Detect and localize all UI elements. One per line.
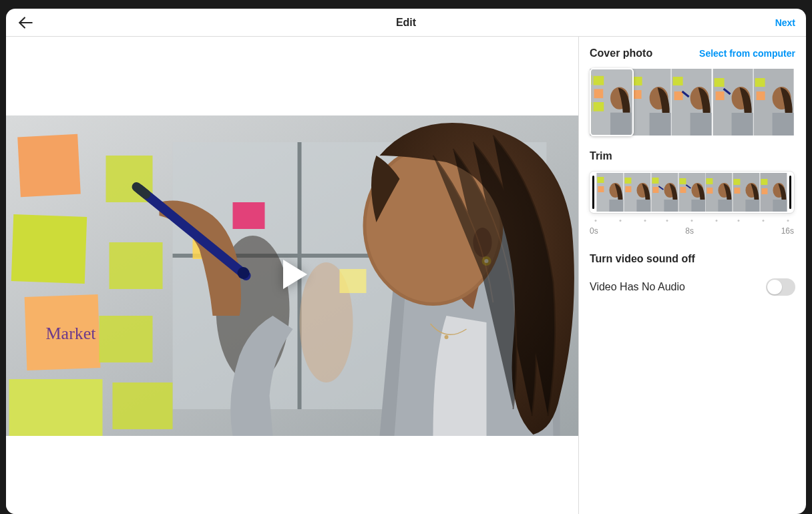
svg-rect-73 bbox=[636, 200, 650, 212]
svg-line-27 bbox=[137, 187, 146, 194]
svg-rect-49 bbox=[715, 91, 724, 100]
trim-frame bbox=[624, 173, 651, 212]
svg-rect-54 bbox=[755, 78, 765, 87]
trim-ticks bbox=[590, 220, 794, 225]
svg-rect-59 bbox=[594, 76, 604, 85]
play-icon bbox=[271, 253, 314, 296]
edit-sidebar: Cover photo Select from computer Trim bbox=[579, 37, 806, 514]
svg-rect-51 bbox=[731, 113, 753, 136]
trim-frame bbox=[678, 173, 706, 212]
modal-title: Edit bbox=[6, 17, 806, 29]
svg-point-28 bbox=[238, 267, 250, 279]
svg-rect-43 bbox=[674, 91, 683, 100]
trim-frame bbox=[733, 173, 760, 212]
trim-tick-start: 0s bbox=[590, 226, 598, 236]
trim-tick-mid: 8s bbox=[685, 226, 694, 236]
trim-frame bbox=[596, 173, 624, 212]
trim-tick-end: 16s bbox=[781, 226, 794, 236]
svg-rect-68 bbox=[609, 200, 623, 212]
svg-rect-42 bbox=[673, 77, 683, 85]
cover-photo-strip[interactable] bbox=[590, 69, 794, 136]
trim-frame bbox=[651, 173, 678, 212]
svg-rect-63 bbox=[610, 113, 631, 135]
svg-rect-45 bbox=[690, 113, 712, 136]
sound-toggle-label: Video Has No Audio bbox=[590, 281, 685, 293]
svg-rect-87 bbox=[706, 178, 713, 184]
svg-rect-75 bbox=[652, 178, 658, 184]
cover-thumb[interactable] bbox=[671, 69, 712, 136]
svg-rect-12 bbox=[9, 379, 103, 436]
cover-thumb[interactable] bbox=[753, 69, 794, 136]
svg-rect-78 bbox=[664, 200, 678, 212]
cover-thumb[interactable] bbox=[630, 69, 671, 136]
modal-header: Edit Next bbox=[6, 9, 806, 37]
svg-rect-38 bbox=[633, 90, 642, 99]
svg-rect-95 bbox=[746, 200, 760, 212]
svg-rect-65 bbox=[597, 177, 604, 183]
svg-rect-81 bbox=[679, 178, 686, 184]
arrow-left-icon bbox=[17, 14, 34, 31]
svg-rect-88 bbox=[707, 188, 713, 194]
svg-rect-15 bbox=[99, 316, 153, 362]
svg-rect-40 bbox=[650, 113, 671, 136]
svg-rect-100 bbox=[773, 200, 787, 212]
svg-rect-60 bbox=[594, 89, 604, 98]
svg-rect-92 bbox=[734, 179, 741, 185]
svg-rect-55 bbox=[756, 91, 765, 100]
trim-strip[interactable] bbox=[590, 172, 794, 213]
svg-rect-61 bbox=[594, 102, 604, 111]
svg-rect-76 bbox=[652, 187, 658, 193]
trim-frame bbox=[705, 173, 733, 212]
cover-selector-handle[interactable] bbox=[590, 68, 634, 136]
trim-handle-start[interactable] bbox=[592, 176, 594, 209]
sound-section-label: Turn video sound off bbox=[590, 253, 795, 265]
sound-toggle[interactable] bbox=[766, 278, 795, 296]
svg-rect-37 bbox=[632, 77, 642, 85]
cover-photo-label: Cover photo bbox=[590, 47, 652, 59]
svg-rect-90 bbox=[719, 200, 733, 212]
svg-rect-8 bbox=[17, 134, 81, 197]
svg-rect-93 bbox=[735, 188, 741, 194]
svg-rect-17 bbox=[233, 202, 265, 229]
svg-rect-70 bbox=[624, 178, 631, 184]
back-button[interactable] bbox=[17, 14, 34, 31]
svg-rect-84 bbox=[691, 200, 705, 212]
trim-control[interactable]: 0s 8s 16s bbox=[590, 172, 794, 236]
svg-rect-16 bbox=[113, 382, 173, 429]
select-from-computer-link[interactable]: Select from computer bbox=[699, 48, 795, 59]
svg-text:Market: Market bbox=[46, 324, 97, 343]
trim-label: Trim bbox=[590, 150, 795, 162]
svg-rect-82 bbox=[680, 187, 686, 193]
svg-rect-71 bbox=[625, 186, 631, 192]
trim-frame bbox=[760, 173, 787, 212]
edit-modal: Edit Next bbox=[6, 9, 806, 514]
trim-tick-labels: 0s 8s 16s bbox=[590, 226, 794, 236]
next-button[interactable]: Next bbox=[775, 17, 795, 28]
cover-photo-header: Cover photo Select from computer bbox=[590, 47, 795, 59]
svg-rect-97 bbox=[761, 179, 768, 185]
svg-rect-57 bbox=[772, 113, 793, 136]
svg-rect-98 bbox=[762, 188, 768, 194]
trim-handle-end[interactable] bbox=[789, 176, 791, 209]
svg-point-25 bbox=[445, 335, 449, 339]
svg-marker-29 bbox=[283, 260, 307, 289]
sound-toggle-row: Video Has No Audio bbox=[590, 278, 795, 296]
svg-rect-14 bbox=[110, 242, 163, 289]
svg-rect-19 bbox=[340, 269, 367, 293]
svg-rect-48 bbox=[714, 78, 724, 87]
svg-rect-66 bbox=[598, 186, 604, 192]
trim-frames bbox=[596, 173, 787, 212]
video-frame[interactable]: Market bbox=[6, 115, 578, 436]
modal-content: Market bbox=[6, 37, 806, 514]
svg-rect-9 bbox=[11, 214, 87, 284]
cover-thumb[interactable] bbox=[713, 69, 753, 136]
video-preview-area: Market bbox=[6, 37, 579, 514]
play-button[interactable] bbox=[271, 253, 314, 298]
toggle-knob bbox=[767, 280, 782, 294]
